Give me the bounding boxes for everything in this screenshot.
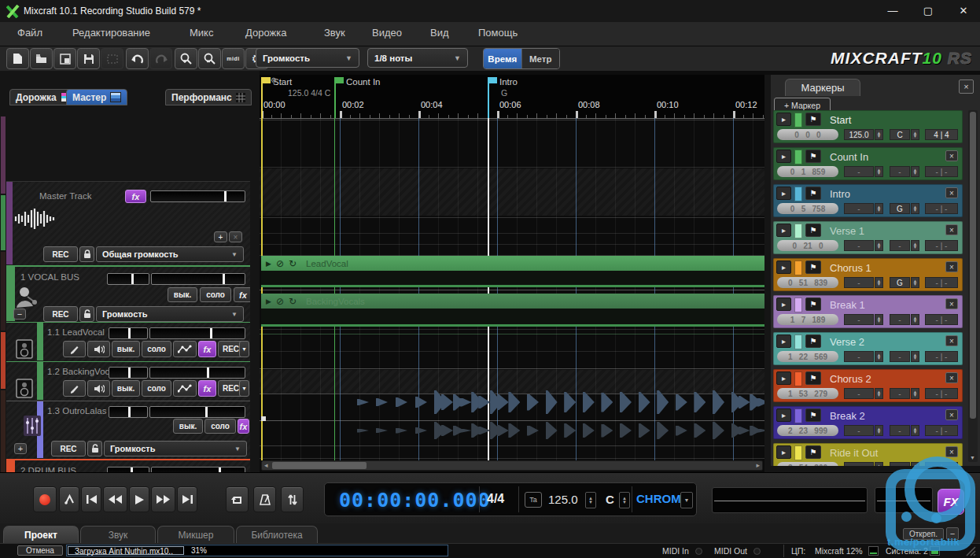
scale-mode-chevron[interactable]: ▼ [680, 492, 693, 508]
menu-item-5[interactable]: Звук [324, 27, 345, 39]
draw-tool-button[interactable] [63, 380, 86, 397]
marker-card[interactable]: ▸⚑Start0 0 0125.0▲▼C▲▼4 | 4 [773, 110, 963, 143]
marker-key-spinner[interactable]: ▲▼ [911, 277, 919, 288]
marker-card[interactable]: ▸⚑Break 1×1 7 189-▲▼-▲▼- | - [773, 295, 963, 328]
master-volume-slider[interactable] [150, 190, 245, 202]
marker-key-spinner[interactable]: ▲▼ [911, 129, 919, 140]
marker-expand-button[interactable]: ▸ [776, 187, 791, 200]
playhead-line[interactable] [261, 118, 263, 460]
punch-button[interactable] [59, 486, 79, 512]
marker-close-button[interactable]: × [945, 261, 958, 272]
new-project-button[interactable] [6, 48, 29, 69]
marker-key-spinner[interactable]: ▲▼ [911, 166, 919, 177]
resize-grip-icon[interactable] [966, 546, 976, 556]
automation-param-dropdown[interactable]: Громкость▼ [96, 306, 244, 322]
marker-expand-button[interactable]: ▸ [776, 224, 791, 237]
track-options-chevron[interactable]: ▼ [239, 341, 249, 357]
marker-close-button[interactable]: × [945, 409, 958, 420]
ruler-marker-flag[interactable] [262, 77, 271, 83]
menu-item-2[interactable]: Редактирование [72, 27, 150, 39]
tab-mixer[interactable]: Микшер [157, 526, 234, 543]
marker-key-spinner[interactable]: ▲▼ [911, 351, 919, 362]
collapse-panel-button[interactable]: − [946, 527, 959, 540]
mute-button[interactable]: вык. [168, 287, 197, 302]
marker-close-button[interactable]: × [945, 187, 958, 198]
volume-slider[interactable] [149, 367, 245, 379]
mute-button[interactable]: вык. [112, 380, 140, 397]
lock-open-icon[interactable] [79, 306, 94, 322]
markers-panel-close-button[interactable]: × [959, 79, 974, 94]
selection-tool-button[interactable] [101, 48, 123, 69]
marker-key-spinner[interactable]: ▲▼ [911, 314, 919, 325]
marker-tempo-spinner[interactable]: ▲▼ [875, 351, 883, 362]
marker-expand-button[interactable]: ▸ [776, 261, 791, 274]
time-mode-button[interactable]: Время [484, 49, 521, 68]
menu-item-8[interactable]: Помощь [478, 27, 518, 39]
pan-slider[interactable] [109, 367, 148, 379]
marker-close-button[interactable]: × [945, 224, 958, 235]
marker-close-button[interactable]: × [945, 372, 958, 383]
timeline-area[interactable]: 00:0000:0200:0400:0600:0800:1000:12Start… [260, 75, 764, 472]
save-button[interactable] [77, 48, 100, 69]
key-spinner[interactable]: ▲▼ [619, 492, 630, 508]
meter-mode-button[interactable]: Метр [521, 49, 560, 68]
rewind-button[interactable] [103, 486, 127, 512]
project-details-button[interactable] [53, 48, 76, 69]
fx-button[interactable]: fx [198, 380, 216, 397]
marker-color-swatch[interactable] [794, 187, 802, 201]
marker-flag-icon[interactable]: ⚑ [805, 150, 821, 163]
master-fx-button[interactable]: FX [938, 489, 964, 515]
tab-sound[interactable]: Звук [80, 526, 156, 543]
zoom-in-button[interactable] [175, 48, 197, 69]
clip-expand-icon[interactable]: ▶ [266, 297, 271, 305]
marker-color-swatch[interactable] [794, 408, 802, 423]
marker-tempo-spinner[interactable]: ▲▼ [875, 314, 883, 325]
hscroll-thumb[interactable] [272, 462, 367, 469]
rec-button[interactable]: REC [43, 306, 78, 322]
clip-lead-vocal[interactable]: ▶ ⊘ ↻ LeadVocal [261, 256, 764, 287]
automation-param-dropdown[interactable]: Громкость▼ [104, 441, 247, 456]
marker-color-swatch[interactable] [794, 445, 802, 460]
monitor-button[interactable] [87, 380, 110, 397]
track-master[interactable]: Master Track fx + × REC Общая громкость▼ [6, 181, 250, 264]
lane-handle[interactable] [261, 416, 266, 421]
clip-loop-icon[interactable]: ↻ [289, 258, 297, 269]
lock-open-icon[interactable] [87, 441, 102, 456]
marker-expand-button[interactable]: ▸ [776, 150, 791, 163]
clip-mute-icon[interactable]: ⊘ [276, 296, 284, 307]
monitor-button[interactable] [87, 341, 110, 357]
lock-icon[interactable] [79, 246, 94, 262]
undock-button[interactable]: Откреп. [903, 528, 944, 540]
ruler-marker-flag[interactable] [335, 77, 344, 83]
marker-card[interactable]: ▸⚑Chorus 1×0 51 839-▲▼G▲▼- | - [773, 258, 963, 291]
marker-card[interactable]: ▸⚑Count In×0 1 859-▲▼-▲▼- | - [773, 147, 963, 180]
fast-forward-button[interactable] [151, 486, 175, 512]
marker-tempo-spinner[interactable]: ▲▼ [875, 166, 883, 177]
marker-card[interactable]: ▸⚑Verse 2×1 22 569-▲▼-▲▼- | - [773, 332, 963, 365]
solo-button[interactable]: соло [204, 419, 236, 434]
cancel-button[interactable]: Отмена [17, 545, 63, 556]
marker-flag-icon[interactable]: ⚑ [805, 113, 821, 126]
marker-card[interactable]: ▸⚑Chorus 2×1 53 279-▲▼-▲▼- | - [773, 369, 963, 402]
close-button[interactable]: ✕ [950, 3, 977, 19]
ruler-marker-flag[interactable] [488, 77, 497, 83]
record-button[interactable] [33, 486, 57, 512]
loop-button[interactable] [226, 486, 249, 512]
marker-expand-button[interactable]: ▸ [776, 371, 791, 385]
marker-key-spinner[interactable]: ▲▼ [911, 462, 919, 466]
fx-button[interactable]: fx [125, 190, 146, 203]
marker-flag-icon[interactable]: ⚑ [805, 261, 821, 274]
zoom-out-button[interactable] [198, 48, 221, 69]
marker-color-swatch[interactable] [794, 334, 802, 349]
add-automation-button[interactable]: + [214, 231, 227, 242]
midi-button[interactable]: midi [222, 48, 245, 69]
automation-param-select[interactable]: Громкость▼ [256, 48, 359, 68]
metronome-button[interactable] [253, 486, 276, 512]
go-to-end-button[interactable] [177, 486, 197, 512]
volume-slider[interactable] [149, 327, 245, 339]
tab-master[interactable]: Мастер [66, 89, 127, 105]
solo-button[interactable]: соло [142, 341, 171, 357]
marker-color-swatch[interactable] [794, 261, 802, 275]
track-lead-vocal[interactable]: 1.1 LeadVocal вык. соло fx REC ▼ [6, 322, 250, 360]
automation-param-dropdown[interactable]: Общая громкость▼ [96, 246, 244, 262]
